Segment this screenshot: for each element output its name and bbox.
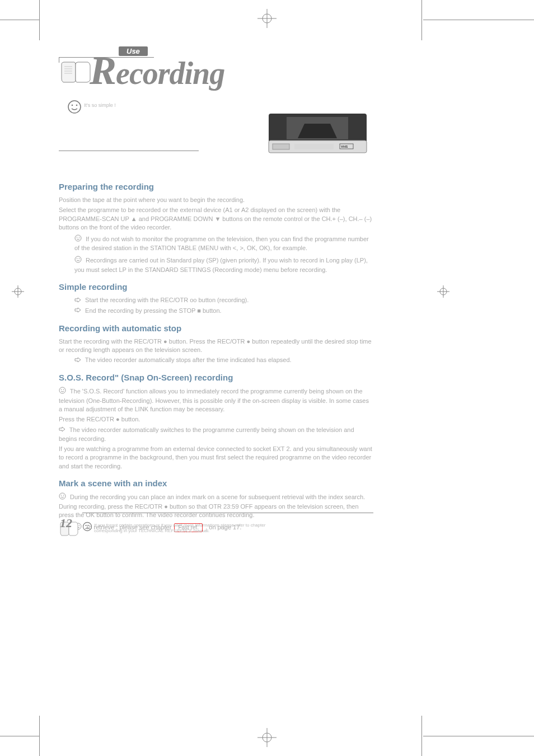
divider <box>82 513 373 513</box>
smiley-caption: It's so simple ! <box>84 102 116 108</box>
svg-point-27 <box>75 235 81 241</box>
body-text: Start the recording with the REC/OTR ● b… <box>59 337 372 355</box>
svg-point-28 <box>77 237 78 238</box>
registration-mark-icon <box>256 8 278 31</box>
footer-note: If you forgot certain operations or if y… <box>94 523 265 534</box>
divider <box>59 151 199 151</box>
title-letter: R <box>90 48 116 93</box>
svg-point-26 <box>76 105 78 106</box>
arrow-icon <box>74 356 81 365</box>
crop-mark <box>423 736 534 736</box>
step-text: The video recorder automatically switche… <box>59 426 354 442</box>
svg-point-24 <box>68 101 81 113</box>
smiley-icon <box>59 387 66 396</box>
body-text: Select the programme to be recorded or t… <box>59 206 372 232</box>
page-number: 12 <box>60 516 72 530</box>
svg-point-37 <box>61 495 62 496</box>
arrow-icon <box>59 426 65 434</box>
tip-text: Recordings are carried out in Standard p… <box>74 257 368 273</box>
svg-point-43 <box>85 525 86 526</box>
heading-auto: Recording with automatic stop <box>59 322 372 334</box>
body-text: If you are watching a programme from an … <box>59 445 372 471</box>
svg-point-29 <box>79 237 80 238</box>
svg-point-42 <box>83 523 92 531</box>
smiley-icon <box>67 100 82 116</box>
step-text: End the recording by pressing the STOP ■… <box>85 307 222 314</box>
page-number-icon: 12 <box>59 520 79 539</box>
smiley-icon <box>74 256 82 265</box>
svg-point-34 <box>61 389 62 390</box>
heading-sos: S.O.S. Record" (Snap On-Screen) recordin… <box>59 372 372 383</box>
crop-mark <box>421 716 422 756</box>
svg-point-31 <box>77 259 78 260</box>
crop-mark <box>421 0 422 40</box>
crop-mark <box>39 716 40 756</box>
svg-point-35 <box>63 389 64 390</box>
smiley-icon <box>74 234 82 244</box>
page-title: Recording <box>90 48 224 94</box>
sad-face-icon <box>82 522 92 534</box>
registration-mark-icon <box>437 285 449 300</box>
tip-text: If you do not wish to monitor the progra… <box>74 235 369 251</box>
registration-mark-icon <box>12 285 24 300</box>
svg-point-38 <box>63 495 64 496</box>
step-text: Start the recording with the REC/OTR oo … <box>85 297 249 303</box>
svg-point-36 <box>59 493 65 499</box>
registration-mark-icon <box>256 727 278 750</box>
body-text: Press the REC/OTR ● button. <box>59 415 372 424</box>
svg-point-30 <box>75 256 81 262</box>
svg-point-32 <box>79 259 80 260</box>
svg-point-33 <box>59 387 65 393</box>
title-rest: ecording <box>116 56 224 91</box>
crop-mark <box>423 20 534 20</box>
smiley-icon <box>59 492 66 502</box>
tip-text: The 'S.O.S. Record' function allows you … <box>59 388 369 412</box>
crop-mark <box>0 736 39 736</box>
svg-point-44 <box>88 525 90 526</box>
crop-mark <box>39 0 40 40</box>
heading-index: Mark a scene with an index <box>59 477 372 489</box>
crop-mark <box>0 20 39 20</box>
body-text: Position the tape at the point where you… <box>59 196 372 204</box>
heading-preparing: Preparing the recording <box>59 181 372 192</box>
heading-simple: Simple recording <box>59 281 372 293</box>
arrow-icon <box>74 307 81 315</box>
step-text: The video recorder automatically stops a… <box>85 356 292 363</box>
book-icon <box>59 59 92 89</box>
svg-point-25 <box>72 105 73 106</box>
arrow-icon <box>74 297 81 305</box>
